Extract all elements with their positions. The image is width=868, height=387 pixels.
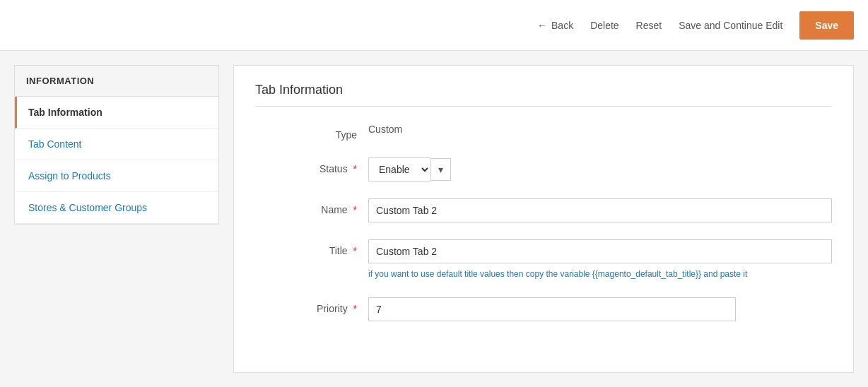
sidebar-item-stores-customer-groups[interactable]: Stores & Customer Groups xyxy=(15,192,218,224)
type-label: Type xyxy=(255,124,368,141)
priority-label: Priority * xyxy=(255,297,368,314)
section-title: Tab Information xyxy=(255,83,832,107)
dropdown-arrow-icon: ▾ xyxy=(438,164,443,175)
status-select[interactable]: Enable Disable xyxy=(368,157,430,181)
sidebar-item-label: Tab Information xyxy=(28,107,102,118)
main-content: INFORMATION Tab Information Tab Content … xyxy=(0,51,868,387)
title-hint: if you want to use default title values … xyxy=(368,268,832,280)
reset-button[interactable]: Reset xyxy=(636,20,662,31)
status-required: * xyxy=(353,163,357,174)
status-dropdown-button[interactable]: ▾ xyxy=(430,158,451,181)
save-button[interactable]: Save xyxy=(799,11,854,40)
status-label: Status * xyxy=(255,157,368,174)
name-row: Name * xyxy=(255,198,832,222)
title-field: if you want to use default title values … xyxy=(368,239,832,280)
back-button[interactable]: ← Back xyxy=(537,20,573,31)
sidebar-item-label: Tab Content xyxy=(28,138,82,150)
sidebar-item-assign-products[interactable]: Assign to Products xyxy=(15,160,218,192)
status-field: Enable Disable ▾ xyxy=(368,157,832,181)
sidebar-item-tab-content[interactable]: Tab Content xyxy=(15,129,218,160)
priority-input[interactable] xyxy=(368,297,736,321)
title-row: Title * if you want to use default title… xyxy=(255,239,832,280)
sidebar: INFORMATION Tab Information Tab Content … xyxy=(14,65,219,225)
top-bar: ← Back Delete Reset Save and Continue Ed… xyxy=(0,0,868,51)
save-continue-button[interactable]: Save and Continue Edit xyxy=(679,20,782,31)
title-required: * xyxy=(353,245,357,256)
top-bar-actions: ← Back Delete Reset Save and Continue Ed… xyxy=(537,11,854,40)
type-value: Custom xyxy=(368,124,832,135)
type-text: Custom xyxy=(368,118,402,135)
back-arrow-icon: ← xyxy=(537,20,547,31)
priority-row: Priority * xyxy=(255,297,832,321)
status-row: Status * Enable Disable ▾ xyxy=(255,157,832,181)
sidebar-item-label: Assign to Products xyxy=(28,170,111,181)
name-field xyxy=(368,198,832,222)
sidebar-item-label: Stores & Customer Groups xyxy=(28,202,147,213)
sidebar-item-tab-information[interactable]: Tab Information xyxy=(15,97,218,129)
name-input[interactable] xyxy=(368,198,832,222)
form-area: Tab Information Type Custom Status * Ena… xyxy=(233,65,854,373)
sidebar-header: INFORMATION xyxy=(15,66,218,97)
priority-required: * xyxy=(353,303,357,314)
name-required: * xyxy=(353,204,357,215)
name-label: Name * xyxy=(255,198,368,215)
title-input[interactable] xyxy=(368,239,832,263)
status-select-wrap: Enable Disable ▾ xyxy=(368,157,832,181)
title-label: Title * xyxy=(255,239,368,256)
type-row: Type Custom xyxy=(255,124,832,141)
priority-field xyxy=(368,297,832,321)
back-label: Back xyxy=(551,20,573,31)
delete-button[interactable]: Delete xyxy=(590,20,618,31)
